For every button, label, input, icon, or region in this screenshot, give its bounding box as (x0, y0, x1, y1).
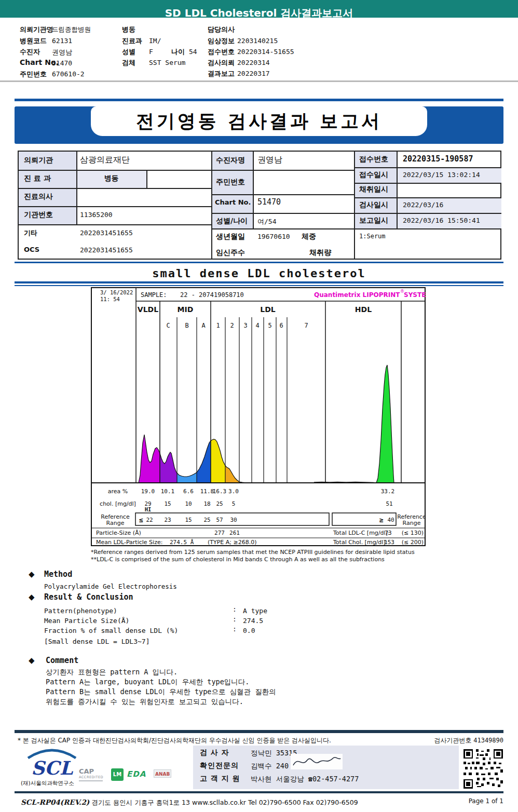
anab-logo: ANAB (154, 769, 171, 778)
grid-line (211, 152, 212, 259)
lipoprint-chart: 3/ 16/2022 11: 54 SAMPLE: 22 - 207419058… (91, 287, 426, 547)
signature-icon (291, 754, 343, 769)
particle-label: Particle-Size (Å) (96, 530, 141, 536)
table-label: 채취량 (309, 248, 331, 258)
subband-label: 2 (230, 322, 234, 329)
table-value: 20220315-190587 (403, 154, 473, 164)
patient-value: 드림종합병원 (52, 25, 91, 34)
total-ldl-ref: (≤ 130) (402, 530, 424, 536)
scl-subtitle: (재)서울의과학연구소 (21, 780, 74, 787)
patient-value: F (149, 48, 153, 56)
ref-value: 22 (146, 517, 153, 523)
total-ldl-label: Total LDL-C [mg/dl]: (333, 530, 390, 536)
area-value: 16.3 (213, 488, 227, 495)
ref-le-icon: ≤ (139, 516, 143, 524)
patient-value: SST Serum (149, 59, 185, 66)
table-label: 의뢰기관 (24, 156, 53, 165)
subband-label: 3 (243, 322, 247, 329)
staff-label: 고 객 지 원 (200, 774, 240, 783)
ref-label-right: Range (403, 520, 421, 526)
patient-label: 검사의뢰 (208, 58, 235, 67)
patient-value: 51470 (52, 59, 72, 67)
brand-suffix: SYSTEM (404, 291, 426, 299)
table-note: 1:Serum (359, 233, 386, 240)
chart-footnote: **LDL-C is comprised of the sum of chole… (91, 556, 385, 563)
result-title: Result & Conclusion (44, 592, 133, 602)
patient-value: 62131 (52, 37, 72, 45)
footer-rule-top (15, 730, 503, 733)
sample-label: SAMPLE: (141, 291, 167, 299)
table-value: 11365200 (80, 211, 113, 219)
particle-value: 277 (214, 530, 225, 536)
grid-line (211, 170, 354, 171)
result-row-colon: : (233, 625, 237, 633)
banner-top-line (15, 99, 503, 101)
method-title: Method (44, 570, 72, 579)
footer-cert-note: * 본 검사실은 CAP 인증과 대한진단검사의학회/진단검사의학재단의 우수검… (18, 736, 331, 745)
scl-logo: SCL (22, 748, 84, 780)
ref-value: 57 (216, 517, 223, 523)
patient-label: 진료과 (122, 36, 142, 46)
grid-line (211, 194, 354, 195)
table-label: 진 료 과 (24, 174, 51, 183)
subband-label: 5 (268, 322, 271, 329)
chol-value: 51 (386, 500, 392, 507)
patient-label: 임상정보 (208, 36, 235, 46)
kolas-lm-logo: LM (111, 768, 124, 781)
patient-age-value: 54 (189, 48, 197, 56)
result-row-label: Pattern(phenotype) (44, 607, 117, 615)
chol-value: 18 (203, 500, 210, 507)
area-value: 6.6 (183, 488, 194, 495)
result-row-colon: : (233, 605, 237, 613)
diamond-icon: ◆ (29, 592, 35, 602)
comment-line: 위험도를 증가시킬 수 있는 위험인자로 보고되고 있습니다. (46, 697, 243, 707)
patient-value: IM/ (149, 37, 161, 45)
result-row-label: Mean Particle Size(Å) (44, 617, 129, 625)
cap-logo-subtext: ACCREDITED (79, 775, 103, 779)
table-value: 권영남 (257, 155, 282, 166)
header-divider (0, 80, 518, 82)
table-label: 보고일시 (359, 216, 388, 225)
eda-logo: EDA (127, 769, 146, 779)
table-label: 접수번호 (359, 155, 388, 164)
result-row-colon: : (233, 615, 237, 623)
staff-label: 검 사 자 (200, 748, 229, 757)
org-no-value: 41349890 (473, 737, 503, 744)
subband-label: C (166, 322, 170, 329)
patient-label: 수진자 (20, 47, 40, 57)
footer-rule-bottom (15, 791, 503, 793)
table-value: 병동 (76, 174, 146, 183)
subband-label: 4 (255, 322, 259, 329)
table-label: 채취일시 (359, 185, 388, 194)
band-label-ldl: LDL (260, 305, 276, 314)
chol-value: 10 (185, 500, 192, 507)
grid-line (19, 170, 211, 171)
grid-line (146, 170, 147, 188)
grid-line (354, 228, 501, 229)
banner-title: 전기영동 검사결과 보고서 (91, 106, 427, 136)
patient-value: 20220314-51655 (237, 48, 294, 56)
table-label: Chart No. (215, 198, 251, 206)
ref-value: 23 (164, 517, 171, 523)
table-value: 2022/03/16 15:50:41 (403, 216, 480, 224)
result-note: [Small dense LDL = LDL3~7] (44, 638, 150, 645)
comment-line: Pattern B는 small dense LDL이 우세한 type으로 심… (46, 687, 276, 697)
chol-value: 5 (232, 500, 236, 507)
grid-line (19, 224, 211, 225)
patient-label: 병원코드 (20, 36, 47, 46)
chart-time: 11: 54 (100, 296, 120, 302)
mean-size-type: (TYPE A; ≥268.0) (208, 539, 257, 546)
grid-line (354, 167, 501, 168)
patient-label: 의뢰기관명 (20, 25, 53, 34)
patient-label: 주민번호 (20, 70, 47, 79)
band-label-mid: MID (178, 305, 194, 314)
comment-title: Comment (46, 656, 78, 665)
patient-age-label: 나이 (171, 47, 185, 57)
patient-label: 결과보고 (208, 69, 235, 78)
subband-label: A (201, 322, 206, 329)
area-value: 33.2 (381, 488, 395, 495)
subband-label: B (185, 322, 188, 329)
grid-line (76, 152, 77, 224)
staff-value: 김백수 240 (251, 762, 289, 771)
sample-value: 22 - 207419058710 (180, 291, 244, 299)
